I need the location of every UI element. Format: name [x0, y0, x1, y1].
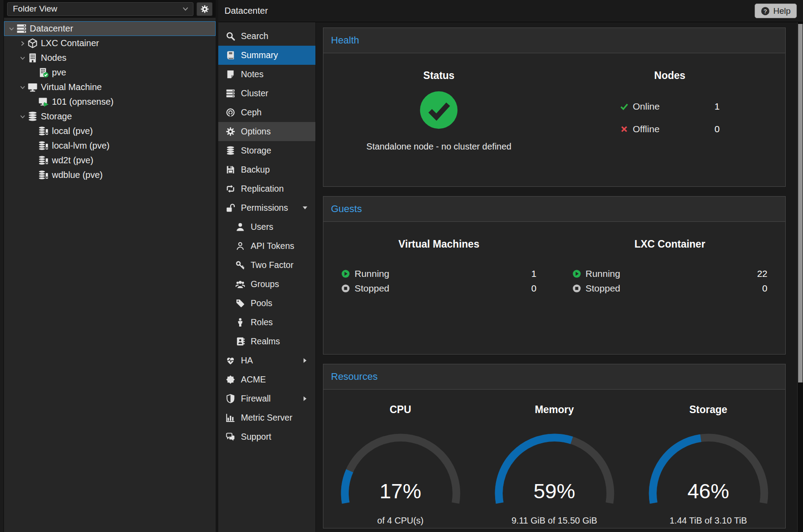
nav-item-label: HA: [241, 355, 253, 366]
nav-item-roles[interactable]: Roles: [218, 313, 315, 332]
caret-down-icon[interactable]: [19, 84, 27, 91]
gauge-heading: Storage: [689, 404, 728, 416]
view-selector-dropdown[interactable]: Folder View: [7, 2, 193, 16]
nav-item-summary[interactable]: Summary: [218, 46, 315, 65]
nav-item-permissions[interactable]: Permissions: [218, 198, 315, 217]
right-area: Datacenter ? Help SearchSummaryNotesClus…: [218, 0, 803, 532]
tree-item-lxc-container[interactable]: LXC Container: [4, 36, 216, 51]
tree-item-wdblue-pve[interactable]: wdblue (pve): [4, 168, 216, 182]
nav-item-groups[interactable]: Groups: [218, 275, 315, 294]
gear-icon: [201, 5, 209, 13]
floppy-icon: [226, 165, 235, 174]
tree-item-local-pve[interactable]: local (pve): [4, 124, 216, 138]
caret-spacer: [30, 172, 38, 179]
nav-item-notes[interactable]: Notes: [218, 65, 315, 84]
status-heading: Status: [323, 70, 555, 82]
tree-item-local-lvm-pve[interactable]: local-lvm (pve): [4, 138, 216, 153]
tree-settings-button[interactable]: [197, 2, 213, 16]
nav-item-two-factor[interactable]: Two Factor: [218, 256, 315, 275]
nav-item-label: Notes: [241, 69, 264, 79]
nav-item-storage[interactable]: Storage: [218, 141, 315, 160]
gauge-cpu: CPU17%of 4 CPU(s): [323, 404, 477, 526]
nav-item-label: Realms: [251, 336, 280, 347]
scrollbar-thumb[interactable]: [798, 24, 803, 382]
nav-item-label: Firewall: [241, 394, 271, 404]
nodes-column: Nodes Online1Offline0: [555, 70, 786, 186]
tree-item-datacenter[interactable]: Datacenter: [4, 21, 216, 36]
health-panel-header: Health: [323, 28, 785, 53]
lxc-container-rows: Running22Stopped0: [572, 266, 768, 296]
gauge-subtext: of 4 CPU(s): [377, 516, 423, 526]
nav-item-firewall[interactable]: Firewall: [218, 389, 315, 408]
health-panel-title: Health: [331, 35, 359, 46]
caret-down-icon[interactable]: [19, 113, 27, 120]
database-drive-icon: [39, 126, 49, 136]
tree-item-label: pve: [52, 67, 66, 78]
building-icon: [28, 53, 38, 63]
datacenter-nav-menu: SearchSummaryNotesClusterCephOptionsStor…: [218, 22, 316, 532]
server-stack-icon: [226, 89, 235, 98]
nav-item-search[interactable]: Search: [218, 27, 315, 46]
gauge-heading: Memory: [535, 404, 574, 416]
nav-item-cluster[interactable]: Cluster: [218, 84, 315, 103]
nav-item-acme[interactable]: ACME: [218, 370, 315, 389]
stat-label: Stopped: [354, 283, 389, 294]
guests-panel-body: Virtual Machines Running1Stopped0 LXC Co…: [323, 222, 785, 354]
lxc-container-heading: LXC Container: [555, 238, 786, 250]
tree-item-virtual-machine[interactable]: Virtual Machine: [4, 80, 216, 95]
user-icon: [236, 222, 245, 232]
nav-item-ceph[interactable]: Ceph: [218, 103, 315, 122]
user-outline-icon: [236, 241, 245, 251]
bar-chart-icon: [226, 413, 235, 422]
nav-item-label: Metric Server: [241, 413, 292, 423]
database-drive-icon: [39, 155, 49, 166]
svg-text:?: ?: [764, 8, 767, 14]
caret-down-icon[interactable]: [19, 55, 27, 62]
main-row: SearchSummaryNotesClusterCephOptionsStor…: [218, 22, 803, 532]
tree-item-storage[interactable]: Storage: [4, 109, 216, 124]
nav-item-metric-server[interactable]: Metric Server: [218, 408, 315, 427]
stat-row-running: Running22: [572, 266, 768, 281]
tree-item-101-opnsense[interactable]: 101 (opnsense): [4, 95, 216, 109]
tree-item-label: LXC Container: [41, 38, 99, 48]
tree-item-pve[interactable]: pve: [4, 65, 216, 80]
nav-item-ha[interactable]: HA: [218, 351, 315, 370]
stop-icon: [341, 284, 350, 293]
nav-item-replication[interactable]: Replication: [218, 179, 315, 198]
content-scrollbar[interactable]: [797, 22, 803, 532]
caret-right-icon[interactable]: [19, 40, 27, 47]
nav-item-support[interactable]: Support: [218, 427, 315, 446]
gauge-subtext: 9.11 GiB of 15.50 GiB: [512, 516, 597, 526]
caret-down-icon[interactable]: [8, 25, 16, 32]
note-icon: [226, 70, 235, 79]
nav-item-pools[interactable]: Pools: [218, 294, 315, 313]
nav-item-users[interactable]: Users: [218, 217, 315, 236]
tree-item-label: wd2t (pve): [52, 155, 93, 166]
nav-item-label: Permissions: [241, 203, 288, 213]
stat-label: Running: [354, 268, 389, 279]
nav-item-label: Pools: [251, 298, 272, 308]
cube-icon: [28, 38, 38, 48]
play-icon: [341, 269, 350, 278]
tree-item-label: 101 (opnsense): [52, 97, 114, 107]
stat-label: Running: [586, 268, 620, 279]
tree-item-wd2t-pve[interactable]: wd2t (pve): [4, 153, 216, 168]
tag-icon: [236, 299, 245, 308]
nav-item-realms[interactable]: Realms: [218, 332, 315, 351]
nav-item-backup[interactable]: Backup: [218, 160, 315, 179]
gauge-percent: 17%: [336, 479, 465, 503]
nav-item-label: Cluster: [241, 88, 268, 99]
tree-item-label: Virtual Machine: [41, 82, 102, 92]
lxc-container-column: LXC Container Running22Stopped0: [555, 238, 786, 354]
nav-item-label: API Tokens: [251, 241, 294, 251]
tree-item-nodes[interactable]: Nodes: [4, 51, 216, 65]
nav-item-label: Options: [241, 126, 271, 137]
unlock-icon: [226, 203, 235, 213]
seal-icon: [226, 375, 235, 384]
nav-item-api-tokens[interactable]: API Tokens: [218, 236, 315, 256]
nav-item-options[interactable]: Options: [218, 122, 315, 141]
stat-row-online: Online1: [620, 95, 720, 118]
caret-spacer: [30, 128, 38, 135]
help-button[interactable]: ? Help: [755, 4, 797, 18]
stat-value: 22: [757, 268, 767, 279]
